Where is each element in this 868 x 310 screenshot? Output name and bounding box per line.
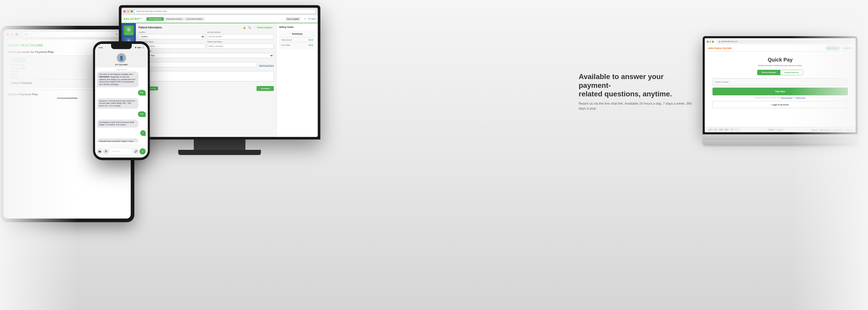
messages-container[interactable]: Today 9:11 AM You have a new balance ava… xyxy=(95,67,148,142)
right-fade xyxy=(790,0,868,310)
monitor-url-bar[interactable]: Finder File Edit View Go Window Help xyxy=(134,9,316,14)
phone-notch xyxy=(111,44,132,49)
form-row-names: Patient First Name Patient Last Name xyxy=(138,41,274,49)
amex-icon: AMEX xyxy=(719,128,723,131)
total-amount-value: $0.00 xyxy=(308,39,313,41)
salucro-main-area: Patient Information 🔒 🔍 Please Complete … xyxy=(136,23,318,137)
location-label: Location xyxy=(138,31,205,33)
salucro-body: ℹ Patient Info $ Payment ✓ Confirmation xyxy=(121,23,318,137)
laptop-url-text: 🔒 greathealthcare.com xyxy=(718,40,738,43)
transaction-type-field-group: Transaction Type Transaction Type xyxy=(138,50,274,58)
summary-divider-2 xyxy=(281,42,313,43)
msg-sent-2: PAY xyxy=(97,111,146,119)
laptop-maximize-dot xyxy=(712,41,714,43)
monitor-screen: Finder File Edit View Go Window Help SAL… xyxy=(121,8,318,137)
norton-badge: Norton xyxy=(776,128,783,131)
form-row-amount: Amount $ Repayment Plan ℹ xyxy=(138,60,274,67)
account-number-field-group: Account Number xyxy=(207,31,274,39)
notes-label: Notes xyxy=(138,69,274,70)
phone-frame: 9:41 ▶ WiFi 🔋 👤 477-123-4567 Today 9:11 … xyxy=(93,41,150,160)
discover-icon: DISC xyxy=(724,128,729,131)
msg-received-2: Account #: xXXXX Amount due: $XXX.XX Ser… xyxy=(97,98,146,110)
bubble-sent-2: PAY xyxy=(138,111,146,117)
account-number-label: Account Number xyxy=(207,31,274,33)
promo-heading-line2: related questions, anytime. xyxy=(579,90,672,98)
edit-icon[interactable]: ✏ xyxy=(304,18,306,20)
phone-message-input[interactable]: iMessage xyxy=(110,148,132,155)
notes-field-group: Notes xyxy=(138,69,274,83)
amount-field-group: Amount $ xyxy=(138,60,257,67)
patient-info-icon: ℹ xyxy=(126,27,131,32)
tab-phone-number[interactable]: Phone Number xyxy=(757,70,780,75)
continue-button[interactable]: Continue xyxy=(256,86,274,91)
bubble-received-4: Payment was successful. Reply 1 if you w… xyxy=(97,138,138,142)
logout-button[interactable]: ⊕ Logout xyxy=(308,18,316,20)
mic-icon[interactable]: 🎤 xyxy=(133,149,138,154)
tab-cash-reconciliation[interactable]: Cash Reconciliation xyxy=(184,17,205,21)
check-payment-icon: ✓ xyxy=(735,128,740,131)
monitor-stand xyxy=(194,140,245,150)
location-field-group: Location Location xyxy=(138,31,205,39)
due-today-label: Due Today xyxy=(281,44,290,46)
summary-title: Summary xyxy=(281,33,313,35)
avatar: 👤 xyxy=(117,53,126,63)
apps-icon[interactable]: ⊕ xyxy=(103,149,108,154)
salucro-tabs: Post Payments Transaction History Cash R… xyxy=(147,17,204,21)
msg-received-3: Pmt Method: VISA xXXXX Amount: $300 Repl… xyxy=(97,120,146,129)
mc-icon: MC xyxy=(713,128,718,131)
phone-device: 9:41 ▶ WiFi 🔋 👤 477-123-4567 Today 9:11 … xyxy=(93,41,150,160)
please-complete-badge: Please Complete xyxy=(255,26,274,29)
summary-divider-1 xyxy=(281,37,313,37)
tab-post-payments[interactable]: Post Payments xyxy=(147,17,163,21)
amount-input[interactable] xyxy=(142,64,257,65)
msg-sent-3: Y xyxy=(97,130,146,137)
amount-field-wrapper: $ xyxy=(138,62,257,67)
bubble-sent-3: Y xyxy=(140,130,146,136)
account-number-input[interactable] xyxy=(207,34,274,39)
hospital-select[interactable]: Demo Hospital xyxy=(286,17,300,21)
left-fade xyxy=(0,0,78,310)
url-text: Finder File Edit View Go Window Help xyxy=(136,10,167,12)
contact-name: 477-123-4567 xyxy=(95,64,148,66)
transaction-type-label: Transaction Type xyxy=(138,50,274,52)
form-row-location-account: Location Location Account Number xyxy=(138,31,274,39)
repayment-plan-link[interactable]: Repayment Plan ℹ xyxy=(259,65,274,67)
msg-received-4: Payment was successful. Reply 1 if you w… xyxy=(97,138,146,142)
browser-close-dot xyxy=(123,10,126,12)
phone-action-icons: 📷 ⊕ xyxy=(97,149,108,154)
laptop-close-dot xyxy=(707,41,709,43)
paypal-icon: PP xyxy=(730,128,734,131)
promo-heading: Available to answer your payment- relate… xyxy=(579,72,692,98)
total-amount-label: Total Amount xyxy=(281,39,292,41)
form-row-transaction: Transaction Type Transaction Type xyxy=(138,50,274,58)
location-select[interactable]: Location xyxy=(138,34,205,39)
wifi-icon: WiFi xyxy=(137,47,141,49)
contact-area: 👤 477-123-4567 xyxy=(95,51,148,67)
amount-label: Amount xyxy=(138,60,257,61)
salucro-form: Patient Information 🔒 🔍 Please Complete … xyxy=(136,23,276,137)
notes-textarea[interactable] xyxy=(138,71,274,82)
transaction-type-select[interactable]: Transaction Type xyxy=(138,53,274,58)
reload-icon[interactable]: ↻ xyxy=(116,33,118,35)
last-name-input[interactable] xyxy=(207,43,274,49)
battery-icon: 🔋 xyxy=(142,46,144,49)
salucro-logo: SALUCRO™ xyxy=(123,17,142,21)
camera-icon[interactable]: 📷 xyxy=(97,149,102,154)
security-badges: McAfee Norton xyxy=(768,128,783,131)
tab-transaction-history[interactable]: Transaction History xyxy=(164,17,184,21)
bubble-sent-1: BAL xyxy=(138,90,146,96)
salucro-nav: SALUCRO™ Post Payments Transaction Histo… xyxy=(121,15,318,23)
billing-sidebar: Billing Totals Summary Total Amount $0.0… xyxy=(276,23,318,137)
payment-icons: VISA MC AMEX DISC PP ✓ xyxy=(708,128,740,131)
laptop-minimize-dot xyxy=(709,41,711,43)
phone-bottom-bar: 📷 ⊕ iMessage 🎤 + xyxy=(95,145,148,158)
billing-title: Billing Totals xyxy=(279,26,315,28)
form-row-notes: Notes xyxy=(138,69,274,83)
sidebar-patient-info[interactable]: ℹ Patient Info xyxy=(123,25,134,36)
form-actions: Multi-Account Pay Continue xyxy=(138,84,274,91)
promo-subtext: Reach us via the live chat link. Availab… xyxy=(579,101,692,111)
total-amount-row: Total Amount $0.00 xyxy=(281,39,313,41)
search-icon[interactable]: 🔍 xyxy=(248,26,251,29)
send-button[interactable]: + xyxy=(140,148,146,154)
repayment-plan-area: Repayment Plan ℹ xyxy=(259,60,274,67)
